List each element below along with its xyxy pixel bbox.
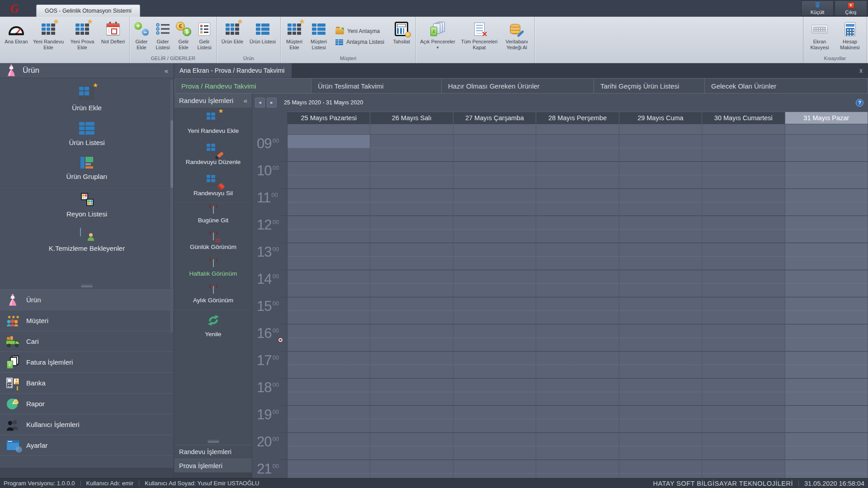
splitter-handle[interactable] xyxy=(208,441,219,443)
main-content: Ana Ekran - Prova / Randevu Takvimi x Pr… xyxy=(175,63,868,478)
customers-icon: ★★★ xyxy=(5,314,20,328)
calendar-day-column[interactable] xyxy=(453,135,536,478)
panel-tab-randevu-islemleri[interactable]: Randevu İşlemleri xyxy=(175,445,252,459)
dress-icon xyxy=(5,64,17,77)
ekran-klavyesi-button[interactable]: Ekran Klavyesi xyxy=(805,18,835,55)
veritabani-yedegi-al-button[interactable]: Veritabanı Yedeği Al xyxy=(500,18,533,55)
day-header[interactable]: 25 Mayıs Pazartesi xyxy=(288,112,370,124)
tab-gelecek-olan[interactable]: Gelecek Olan Ürünler xyxy=(705,78,868,94)
day-header[interactable]: 28 Mayıs Perşembe xyxy=(536,112,619,124)
all-day-cell-today[interactable] xyxy=(785,124,868,135)
gelir-ekle-button[interactable]: €$ Gelir Ekle xyxy=(174,18,193,55)
collapse-icon[interactable]: « xyxy=(244,97,247,104)
window-tab[interactable]: GOS - Gelinlik Otomasyon Sistemi xyxy=(36,5,140,17)
sidebar-item-reyon-listesi[interactable]: Reyon Listesi xyxy=(0,188,174,223)
sidebar-item-urun-listesi[interactable]: Ürün Listesi xyxy=(0,117,174,152)
urun-ekle-button[interactable]: ★ Ürün Ekle xyxy=(218,18,246,55)
yeni-prova-ekle-button[interactable]: ★ Yeni Prova Ekle xyxy=(66,18,98,55)
bugune-git-button[interactable]: Bugüne Git xyxy=(175,202,252,228)
week-calendar: ◄ ► 25 Mayıs 2020 - 31 Mayıs 2020 ? 25 M… xyxy=(252,94,868,478)
musteri-listesi-button[interactable]: Müşteri Listesi xyxy=(307,18,331,55)
anlasma-listesi-button[interactable]: Anlaşma Listesi xyxy=(335,39,384,45)
sidebar-scrollbar[interactable] xyxy=(170,80,173,333)
selected-time-slot[interactable] xyxy=(288,135,370,148)
all-day-cell[interactable] xyxy=(702,124,785,135)
gider-listesi-button[interactable]: Gider Listesi xyxy=(152,18,174,55)
collapse-icon[interactable]: « xyxy=(165,67,168,75)
yenile-button[interactable]: Yenile xyxy=(175,309,252,342)
urun-listesi-button[interactable]: Ürün Listesi xyxy=(246,18,279,55)
sidebar-item-urun-ekle[interactable]: ★ Ürün Ekle xyxy=(0,82,174,117)
gider-ekle-button[interactable]: +− Gider Ekle xyxy=(131,18,152,55)
sidebar-item-urun-gruplari[interactable]: Ürün Grupları xyxy=(0,152,174,186)
table-person-icon xyxy=(80,228,94,240)
calendar-day-column[interactable] xyxy=(702,135,785,478)
musteri-ekle-button[interactable]: ★ Müşteri Ekle xyxy=(282,18,307,55)
sidebar-nav-musteri[interactable]: ★★★ Müşteri xyxy=(0,310,174,331)
all-day-cell[interactable] xyxy=(453,124,536,135)
all-day-cell[interactable] xyxy=(370,124,453,135)
day-header[interactable]: 27 Mayıs Çarşamba xyxy=(453,112,536,124)
sidebar-nav-ayarlar[interactable]: ⚙ Ayarlar xyxy=(0,435,174,455)
panel-tab-prova-islemleri[interactable]: Prova İşlemleri xyxy=(175,459,252,473)
hesap-makinesi-button[interactable]: Hesap Makinesi xyxy=(835,18,865,55)
day-header[interactable]: 26 Mayıs Salı xyxy=(370,112,453,124)
time-label: 1100 xyxy=(257,190,278,206)
haftalik-gorunum-button[interactable]: Haftalık Görünüm xyxy=(175,255,252,282)
yeni-randevu-ekle-button[interactable]: ★ Yeni Randevu Ekle xyxy=(30,18,66,55)
tab-urun-teslimat-takvimi[interactable]: Ürün Teslimat Takvimi xyxy=(311,78,442,94)
grid-rows-icon xyxy=(256,21,269,37)
sidebar-panel-header[interactable]: Ürün « xyxy=(0,63,174,78)
mdi-close-icon[interactable]: x xyxy=(854,63,868,78)
calendar-day-column[interactable] xyxy=(536,135,619,478)
all-day-cell[interactable] xyxy=(288,124,370,135)
view-tabs: Prova / Randevu Takvimi Ürün Teslimat Ta… xyxy=(175,78,868,94)
exit-button[interactable]: x Çıkış xyxy=(835,0,867,16)
splitter-handle[interactable] xyxy=(81,286,93,287)
sidebar-nav-fatura[interactable]: 1 Fatura İşlemleri xyxy=(0,352,174,372)
randevuyu-sil-button[interactable]: Randevuyu Sil xyxy=(175,170,252,201)
date-range-label: 25 Mayıs 2020 - 31 Mayıs 2020 xyxy=(284,99,363,106)
exit-icon: x xyxy=(848,2,854,9)
sidebar-nav-cari[interactable]: Cari xyxy=(0,331,174,352)
tab-prova-randevu-takvimi[interactable]: Prova / Randevu Takvimi xyxy=(175,78,311,94)
day-header[interactable]: 29 Mayıs Cuma xyxy=(619,112,702,124)
calendar-day-column[interactable] xyxy=(288,135,370,478)
day-header[interactable]: 30 Mayıs Cumartesi xyxy=(702,112,785,124)
not-defteri-button[interactable]: Not Defteri xyxy=(98,18,128,55)
time-label: 1900 xyxy=(257,407,279,423)
sidebar-nav-urun[interactable]: Ürün xyxy=(0,289,174,310)
aylik-gorunum-button[interactable]: Aylık Görünüm xyxy=(175,282,252,308)
help-icon[interactable]: ? xyxy=(856,99,863,107)
sidebar-nav-banka[interactable]: Banka xyxy=(0,372,174,393)
yeni-randevu-ekle-panel-button[interactable]: ★ Yeni Randevu Ekle xyxy=(175,108,252,139)
all-day-cell[interactable] xyxy=(536,124,619,135)
groups-blocks-icon xyxy=(80,157,93,169)
next-week-button[interactable]: ► xyxy=(267,98,277,108)
tahsilat-button[interactable]: Tahsilat xyxy=(389,18,414,55)
sidebar-item-k-temizleme[interactable]: K.Temizleme Bekleyenler xyxy=(0,223,174,258)
tab-hazir-olmasi-gereken[interactable]: Hazır Olması Gereken Ürünler xyxy=(442,78,594,94)
ana-ekran-button[interactable]: Ana Ekran xyxy=(2,18,30,55)
minimize-button[interactable]: Küçült xyxy=(801,0,834,16)
randevuyu-duzenle-button[interactable]: Randevuyu Düzenle xyxy=(175,139,252,170)
gelir-listesi-button[interactable]: Gelir Listesi xyxy=(193,18,215,55)
tab-tarihi-gecmis[interactable]: Tarihi Geçmiş Ürün Listesi xyxy=(594,78,705,94)
sidebar-nav: Ürün ★★★ Müşteri Cari 1 Fatura İşlemleri… xyxy=(0,289,174,455)
tool-panel-header[interactable]: Randevu İşlemleri « xyxy=(175,94,252,108)
all-day-cell[interactable] xyxy=(619,124,702,135)
calendar-day-column[interactable] xyxy=(619,135,702,478)
calendar-day-column[interactable] xyxy=(370,135,453,478)
sidebar-nav-kullanici[interactable]: Kullanıcı İşlemleri xyxy=(0,414,174,435)
pie-chart-icon xyxy=(5,397,20,411)
calendar-day-column-today[interactable] xyxy=(785,135,868,478)
prev-week-button[interactable]: ◄ xyxy=(255,98,265,108)
mdi-tab-ana-ekran[interactable]: Ana Ekran - Prova / Randevu Takvimi xyxy=(175,63,292,78)
day-header-today[interactable]: 31 Mayıs Pazar xyxy=(785,112,868,124)
gunluk-gorunum-button[interactable]: 31 Günlük Görünüm xyxy=(175,228,252,255)
sidebar-nav-rapor[interactable]: Rapor xyxy=(0,393,174,414)
tum-pencereleri-kapat-button[interactable]: ✕ Tüm Pencereleri Kapat xyxy=(458,18,500,55)
yeni-anlasma-button[interactable]: Yeni Anlaşma xyxy=(335,28,384,34)
ribbon-group-label: Müşteri xyxy=(281,55,415,63)
acik-pencereler-button[interactable]: 1 Açık Pencereler ▼ xyxy=(417,18,458,55)
